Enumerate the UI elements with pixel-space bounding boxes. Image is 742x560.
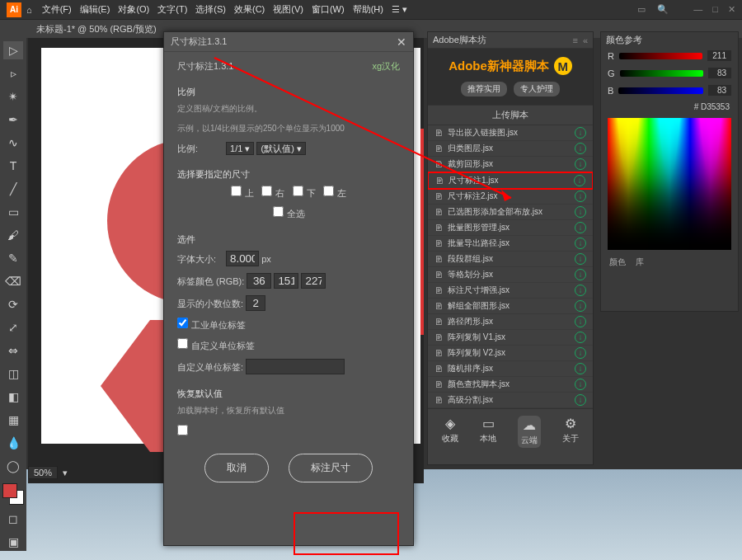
doc-tab[interactable]: 未标题-1* @ 50% (RGB/预览) [36, 23, 157, 35]
script-item[interactable]: 🖹导出嵌入链接图.jsx↓ [428, 125, 593, 141]
cancel-button[interactable]: 取消 [204, 454, 269, 482]
download-icon[interactable]: ↓ [575, 269, 586, 280]
cbx-left[interactable]: 左 [323, 188, 346, 198]
cp-foot-color[interactable]: 颜色 [609, 256, 626, 268]
download-icon[interactable]: ↓ [575, 379, 586, 390]
download-icon[interactable]: ↓ [575, 332, 586, 343]
magic-wand-tool[interactable]: ✴ [3, 87, 23, 106]
download-icon[interactable]: ↓ [575, 127, 586, 139]
cbx-reset[interactable] [177, 427, 191, 437]
menu-file[interactable]: 文件(F) [42, 3, 72, 16]
g-slider[interactable] [620, 70, 703, 77]
menu-window[interactable]: 窗口(W) [312, 3, 345, 16]
script-item[interactable]: 🖹阵列复制 V1.jsx↓ [428, 330, 593, 346]
script-item[interactable]: 🖹等格划分.jsx↓ [428, 267, 593, 283]
scripts-fav[interactable]: ◈收藏 [442, 416, 458, 448]
draw-mode-icon[interactable]: ◻ [3, 510, 23, 528]
blend-tool[interactable]: ◯ [3, 457, 23, 475]
scripts-tab-2[interactable]: 专人护理 [514, 82, 560, 96]
menu-edit[interactable]: 编辑(E) [80, 3, 110, 16]
download-icon[interactable]: ↓ [575, 394, 586, 406]
menu-workspace-icon[interactable]: ☰ ▾ [392, 4, 407, 15]
cbx-top[interactable]: 上 [231, 188, 254, 198]
menu-effect[interactable]: 效果(C) [234, 3, 265, 16]
ok-button[interactable]: 标注尺寸 [289, 454, 373, 482]
download-icon[interactable]: ↓ [575, 316, 586, 327]
home-icon[interactable]: ⌂ [26, 5, 32, 15]
b-slider[interactable] [618, 87, 703, 94]
scale-tool[interactable]: ⤢ [3, 318, 23, 336]
script-item[interactable]: 🖹批量导出路径.jsx↓ [428, 236, 593, 252]
cbx-all[interactable]: 全选 [273, 209, 305, 219]
script-item[interactable]: 🖹随机排序.jsx↓ [428, 361, 593, 377]
download-icon[interactable]: ↓ [575, 300, 586, 312]
download-icon[interactable]: ↓ [575, 206, 586, 218]
custom-unit-input[interactable] [246, 359, 345, 374]
script-item[interactable]: 🖹批量图形管理.jsx↓ [428, 220, 593, 236]
win-min-icon[interactable]: — [693, 4, 702, 15]
scripts-tab-1[interactable]: 推荐实用 [461, 82, 507, 96]
b-value[interactable]: 83 [708, 85, 731, 96]
scripts-cloud[interactable]: ☁云端 [518, 416, 541, 448]
download-icon[interactable]: ↓ [575, 253, 586, 265]
free-transform-tool[interactable]: ◫ [3, 365, 23, 383]
menu-view[interactable]: 视图(V) [273, 3, 303, 16]
panel-close-icon[interactable]: « [583, 35, 588, 45]
scripts-about[interactable]: ⚙关于 [562, 416, 579, 448]
rectangle-tool[interactable]: ▭ [3, 203, 23, 221]
fill-stroke-swatch[interactable] [2, 483, 24, 505]
zoom-dropdown-icon[interactable]: ▾ [63, 468, 68, 478]
cbx-bottom[interactable]: 下 [293, 188, 316, 198]
script-item[interactable]: 🖹路径闭形.jsx↓ [428, 314, 593, 330]
download-icon[interactable]: ↓ [575, 238, 586, 249]
script-item[interactable]: 🖹裁剪回形.jsx↓ [428, 157, 593, 172]
script-item[interactable]: 🖹解组全部图形.jsx↓ [428, 299, 593, 314]
cbx-industry[interactable]: 工业单位标签 [177, 320, 246, 330]
r-value[interactable]: 211 [707, 50, 731, 61]
script-item[interactable]: 🖹标注尺寸增强.jsx↓ [428, 283, 593, 299]
win-max-icon[interactable]: □ [712, 4, 718, 15]
g-value[interactable]: 83 [708, 68, 731, 78]
script-item[interactable]: 🖹段段群组.jsx↓ [428, 252, 593, 267]
rotate-tool[interactable]: ⟳ [3, 295, 23, 313]
selection-tool[interactable]: ▷ [3, 41, 23, 59]
download-icon[interactable]: ↓ [575, 158, 586, 170]
direct-select-tool[interactable]: ▹ [3, 64, 23, 82]
line-tool[interactable]: ╱ [3, 180, 23, 198]
download-icon[interactable]: ↓ [575, 347, 586, 359]
menu-select[interactable]: 选择(S) [195, 3, 226, 16]
script-item[interactable]: 🖹已选图形添加全部布放.jsx↓ [428, 205, 593, 220]
gradient-tool[interactable]: ▦ [3, 411, 23, 429]
cbx-custom-unit[interactable]: 自定义单位标签 [177, 341, 255, 351]
script-item[interactable]: 🖹尺寸标注2.jsx↓ [428, 189, 593, 205]
download-icon[interactable]: ↓ [575, 143, 586, 154]
download-icon[interactable]: ↓ [575, 363, 586, 374]
menu-object[interactable]: 对象(O) [118, 3, 149, 16]
r-slider[interactable] [619, 53, 702, 59]
curvature-tool[interactable]: ∿ [3, 134, 23, 152]
color-r-input[interactable] [247, 273, 271, 289]
search-icon[interactable]: 🔍 [657, 4, 669, 15]
fill-swatch[interactable] [2, 483, 17, 498]
brush-tool[interactable]: 🖌 [3, 226, 23, 244]
download-icon[interactable]: ↓ [575, 222, 586, 233]
color-spectrum[interactable] [608, 118, 731, 250]
shape-builder-tool[interactable]: ◧ [3, 388, 23, 406]
cp-foot-lib[interactable]: 库 [636, 256, 644, 268]
color-g-input[interactable] [274, 273, 298, 289]
scale-select[interactable]: 1/1 ▾ [226, 142, 254, 155]
script-item[interactable]: 🖹颜色查找脚本.jsx↓ [428, 377, 593, 393]
menu-type[interactable]: 文字(T) [157, 3, 187, 16]
menu-help[interactable]: 帮助(H) [353, 3, 383, 16]
download-icon[interactable]: ↓ [574, 175, 585, 186]
font-input[interactable] [226, 251, 259, 266]
zoom-select[interactable]: 50% [28, 466, 58, 479]
script-item[interactable]: 🖹阵列复制 V2.jsx↓ [428, 346, 593, 361]
pen-tool[interactable]: ✒ [3, 111, 23, 129]
shaper-tool[interactable]: ✎ [3, 249, 23, 267]
scale-default[interactable]: (默认值) ▾ [256, 142, 305, 155]
dec-input[interactable] [246, 295, 265, 311]
type-tool[interactable]: T [3, 157, 23, 175]
script-item[interactable]: 🖹归类图层.jsx↓ [428, 141, 593, 157]
download-icon[interactable]: ↓ [575, 285, 586, 296]
